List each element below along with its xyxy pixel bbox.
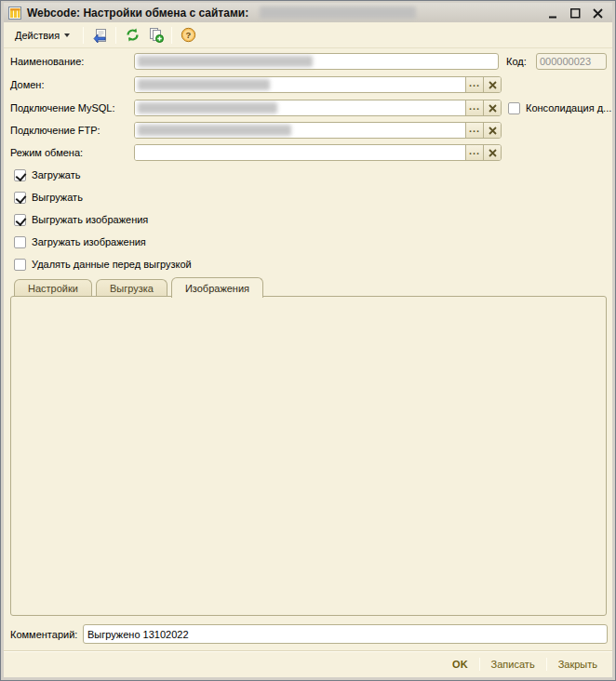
ftp-input[interactable]: [135, 123, 465, 138]
form-body: Действия: [4, 22, 612, 677]
title-bar: Webcode: Настройки обмена с сайтами:: [4, 3, 612, 22]
tab-settings[interactable]: Настройки: [14, 279, 92, 297]
actions-menu-button[interactable]: Действия: [7, 26, 77, 45]
code-value: 000000023: [536, 53, 607, 70]
tab-bar: Настройки Выгрузка Изображения: [14, 277, 263, 297]
footer-button-bar: OK Записать Закрыть: [4, 652, 607, 675]
help-icon: ?: [181, 27, 196, 43]
redacted-text: [138, 125, 291, 136]
checkbox-box: [14, 236, 26, 248]
maximize-icon: [570, 8, 581, 19]
ok-button[interactable]: OK: [443, 655, 477, 674]
checkbox-label: Загружать изображения: [32, 236, 146, 247]
chevron-down-icon: [64, 33, 70, 37]
checkbox-box: [14, 192, 26, 204]
mysql-label: Подключение MySQL:: [10, 102, 115, 114]
exchange-mode-choose-button[interactable]: ...: [465, 145, 483, 160]
toolbar: Действия: [4, 22, 612, 48]
exchange-mode-clear-button[interactable]: [483, 145, 501, 160]
clear-x-icon: [489, 127, 497, 135]
domain-label: Домен:: [10, 79, 45, 90]
tab-panel: [10, 296, 607, 616]
copy-document-plus-icon: [148, 27, 164, 43]
button-divider: [546, 658, 547, 671]
clear-x-icon: [489, 149, 497, 157]
svg-text:?: ?: [185, 30, 191, 40]
checkbox-box: [14, 214, 26, 226]
checkbox-box: [508, 102, 520, 114]
tab-images[interactable]: Изображения: [171, 277, 263, 298]
ftp-choose-button[interactable]: ...: [465, 123, 483, 138]
toolbar-divider: [83, 27, 84, 44]
ellipsis-icon: ...: [469, 80, 480, 86]
reread-document-icon: [92, 28, 108, 43]
ftp-picker: ...: [134, 122, 502, 139]
minimize-button[interactable]: [546, 7, 559, 19]
ftp-clear-button[interactable]: [483, 123, 501, 138]
checkbox-unload-images[interactable]: Выгружать изображения: [14, 213, 148, 226]
close-button[interactable]: [591, 7, 604, 19]
button-divider: [479, 658, 480, 671]
copy-new-button[interactable]: [145, 25, 166, 46]
redacted-text: [138, 79, 270, 90]
domain-picker: ...: [134, 76, 502, 93]
footer-divider: [4, 650, 612, 651]
comment-input[interactable]: [83, 624, 608, 644]
consolidation-checkbox[interactable]: Консолидация д...: [508, 101, 611, 114]
domain-choose-button[interactable]: ...: [465, 77, 483, 92]
domain-input[interactable]: [135, 77, 465, 92]
checkbox-label: Выгружать изображения: [32, 214, 148, 225]
ellipsis-icon: ...: [469, 126, 480, 131]
name-label: Наименование:: [10, 56, 84, 67]
exchange-mode-label: Режим обмена:: [10, 147, 83, 158]
reread-button[interactable]: [89, 25, 110, 46]
redacted-text: [138, 102, 277, 114]
checkbox-unload[interactable]: Выгружать: [14, 191, 83, 204]
comment-label: Комментарий:: [10, 629, 77, 640]
toolbar-divider: [115, 27, 116, 44]
actions-label: Действия: [15, 30, 60, 41]
maximize-button[interactable]: [569, 7, 582, 19]
clear-x-icon: [489, 104, 497, 113]
consolidation-label: Консолидация д...: [526, 102, 611, 114]
exchange-mode-input[interactable]: [135, 145, 465, 160]
redacted-text: [138, 56, 313, 67]
checkbox-load[interactable]: Загружать: [14, 168, 80, 181]
app-table-icon: [8, 7, 21, 20]
checkbox-label: Загружать: [32, 169, 80, 180]
ellipsis-icon: ...: [469, 148, 480, 154]
code-label: Код:: [506, 56, 527, 67]
checkbox-label: Выгружать: [32, 192, 83, 203]
tab-unload[interactable]: Выгрузка: [96, 279, 167, 297]
name-input[interactable]: [134, 53, 499, 70]
checkbox-load-images[interactable]: Загружать изображения: [14, 235, 146, 248]
close-icon: [593, 8, 603, 19]
checkbox-delete-before-unload[interactable]: Удалять данные перед выгрузкой: [14, 258, 192, 271]
redacted-site-name: [260, 7, 416, 19]
webcode-exchange-settings-window: Webcode: Настройки обмена с сайтами: Дей…: [0, 0, 616, 681]
mysql-picker: ...: [134, 100, 502, 116]
window-title: Webcode: Настройки обмена с сайтами:: [27, 7, 248, 20]
mysql-clear-button[interactable]: [483, 100, 501, 115]
clear-x-icon: [489, 81, 497, 89]
exchange-mode-picker: ...: [134, 144, 502, 161]
refresh-arrows-icon: [125, 27, 141, 43]
toolbar-divider: [171, 27, 172, 44]
ftp-label: Подключение FTP:: [10, 125, 100, 136]
exchange-button[interactable]: [122, 25, 142, 46]
checkbox-label: Удалять данные перед выгрузкой: [32, 259, 192, 270]
minimize-icon: [549, 10, 557, 19]
close-form-button[interactable]: Закрыть: [549, 655, 607, 674]
mysql-input[interactable]: [135, 100, 465, 115]
mysql-choose-button[interactable]: ...: [465, 100, 483, 115]
help-button[interactable]: ?: [178, 25, 198, 46]
domain-clear-button[interactable]: [483, 77, 501, 92]
ellipsis-icon: ...: [469, 103, 480, 109]
save-button[interactable]: Записать: [482, 655, 544, 674]
checkbox-box: [14, 259, 26, 271]
checkbox-box: [14, 169, 26, 181]
